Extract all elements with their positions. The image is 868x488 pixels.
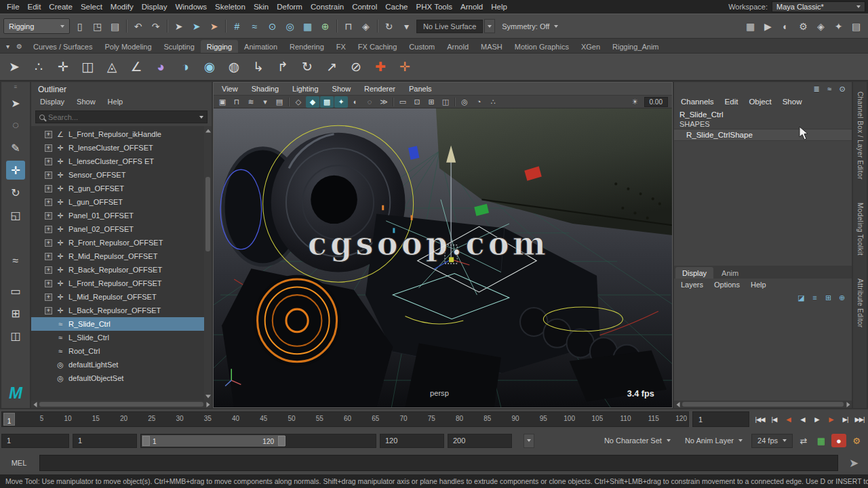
menu-item[interactable]: Select (77, 1, 106, 13)
command-line-input[interactable] (39, 455, 838, 471)
workspace-selector[interactable]: Maya Classic* (772, 1, 865, 12)
menu-item[interactable]: Create (45, 1, 77, 13)
shelf-tab[interactable]: Curves / Surfaces (27, 40, 98, 53)
save-scene-icon[interactable]: ▤ (106, 18, 123, 35)
menu-item[interactable]: PHX Tools (412, 1, 456, 13)
field-chart-icon[interactable]: ⊞ (425, 96, 438, 108)
display-layers-icon[interactable]: ▤ (848, 18, 865, 35)
play-backwards-icon[interactable]: ◀ (795, 412, 810, 427)
viewport-menu-item[interactable]: Lighting (292, 85, 319, 93)
expand-toggle[interactable]: + (45, 158, 52, 165)
sidebar-panel-tab[interactable]: Attribute Editor (856, 279, 864, 328)
sidebar-panel-tab[interactable]: Modeling Toolkit (856, 203, 864, 256)
snap-point-icon[interactable]: ⊙ (264, 18, 281, 35)
go-to-end-icon[interactable]: ▶▶| (852, 412, 867, 427)
menu-item[interactable]: Control (348, 1, 381, 13)
menu-item[interactable]: Constrain (307, 1, 348, 13)
outliner-row[interactable]: ≈ R_Slide_Ctrl (31, 317, 204, 331)
select-arrow-icon[interactable]: ➤ (3, 56, 26, 79)
animation-preferences-icon[interactable]: ⚙ (849, 434, 864, 447)
outliner-row[interactable]: + ✛ L_Back_Repulsor_OFFSET (31, 304, 204, 317)
select-hierarchy-icon[interactable]: ➤ (170, 18, 187, 35)
scrollbar-thumb[interactable] (39, 402, 203, 407)
play-forwards-icon[interactable]: ▶ (810, 412, 824, 427)
orient-constraint-icon[interactable]: ↻ (296, 56, 319, 79)
resolution-gate-icon[interactable]: ▭ (396, 96, 410, 108)
scroll-left-arrow-icon[interactable] (675, 401, 681, 407)
outliner-row[interactable]: ≈ L_Slide_Ctrl (31, 331, 204, 344)
xray-joints-icon[interactable]: ∴ (486, 96, 500, 108)
outliner-row[interactable]: + ✛ R_Back_Repulsor_OFFSET (31, 263, 204, 277)
character-set-menu-button[interactable] (524, 434, 534, 448)
viewport-menu-item[interactable]: Renderer (364, 85, 395, 93)
snap-projected-center-icon[interactable]: ◎ (281, 18, 298, 35)
expand-toggle[interactable] (45, 361, 52, 369)
menu-item[interactable]: Windows (171, 1, 211, 13)
new-scene-icon[interactable]: ▯ (71, 18, 88, 35)
menu-set-selector[interactable]: Rigging (3, 18, 70, 34)
select-tool-icon[interactable]: ➤ (6, 94, 25, 113)
menu-item[interactable]: Skin (250, 1, 273, 13)
snap-view-plane-icon[interactable]: ▦ (299, 18, 316, 35)
timeline-playhead[interactable]: 1 (3, 413, 15, 426)
playback-start-field[interactable]: 1 (73, 434, 137, 448)
expand-toggle[interactable]: + (45, 253, 52, 260)
layer-editor-menu-item[interactable]: Layers (675, 279, 709, 290)
step-forward-frame-icon[interactable]: ▶| (838, 412, 852, 427)
animation-start-field[interactable]: 1 (1, 434, 69, 448)
snap-grid-icon[interactable]: # (229, 18, 245, 35)
sidebar-panel-tab[interactable]: Channel Box / Layer Editor (856, 92, 864, 180)
search-input[interactable] (48, 113, 196, 121)
expand-toggle[interactable]: + (45, 293, 52, 301)
shelf-tab-menu-icon[interactable]: ▾ (3, 41, 13, 52)
search-filter-menu-icon[interactable] (199, 116, 203, 119)
outliner-row[interactable]: + ✛ Sensor_OFFSET (31, 168, 204, 182)
construction-history-icon[interactable]: ↻ (380, 18, 397, 35)
playback-loop-icon[interactable]: ⇄ (796, 434, 811, 447)
shelf-tab[interactable]: MASH (475, 40, 509, 53)
channel-settings-icon[interactable]: ≣ (811, 84, 822, 94)
parent-constraint-icon[interactable]: ↳ (247, 56, 270, 79)
wireframe-icon[interactable]: ◇ (292, 96, 305, 108)
last-tool-icon[interactable]: ≈ (6, 251, 25, 270)
sort-layers-icon[interactable]: ≡ (809, 292, 821, 303)
channel-box-menu-item[interactable]: Show (777, 96, 808, 108)
menu-item[interactable]: Modify (106, 1, 138, 13)
create-empty-layer-icon[interactable]: ⊕ (836, 292, 848, 303)
scrollbar-thumb[interactable] (205, 177, 210, 251)
layer-editor-tab[interactable]: Display (675, 267, 713, 279)
pin-channel-box-icon[interactable]: ⊙ (837, 84, 848, 94)
expand-toggle[interactable] (45, 348, 52, 355)
rotate-tool-icon[interactable]: ↻ (6, 183, 25, 202)
layout-single-pane-icon[interactable]: ▭ (6, 281, 25, 300)
viewport-menu-item[interactable]: Show (332, 85, 351, 93)
outliner-row[interactable]: + ✛ Panel_02_OFFSET (31, 222, 204, 236)
playback-end-field[interactable]: 120 (380, 434, 444, 448)
range-slider-start-handle[interactable] (142, 436, 150, 446)
outliner-row[interactable]: + ✛ R_gun_OFFSET (31, 182, 204, 195)
scrollbar-thumb[interactable] (682, 402, 844, 407)
image-plane-icon[interactable]: ▤ (273, 96, 286, 108)
range-slider[interactable]: 1 120 (140, 434, 376, 448)
menu-item[interactable]: Skeleton (211, 1, 250, 13)
step-forward-key-icon[interactable]: ▶ (824, 412, 838, 427)
outliner-row[interactable]: + ∠ L_Front_Repulsor_ikHandle (31, 127, 204, 141)
outliner-menu-item[interactable]: Show (71, 96, 102, 108)
render-current-frame-icon[interactable]: ▶ (760, 18, 776, 35)
expand-toggle[interactable]: + (45, 199, 52, 206)
outliner-row[interactable]: ◎ defaultObjectSet (31, 371, 204, 385)
layer-editor-menu-item[interactable]: Help (745, 279, 772, 290)
ik-handle-icon[interactable]: ∠ (125, 56, 148, 79)
snap-flyout-arrow-icon[interactable]: ▾ (398, 18, 415, 35)
shelf-tab[interactable]: Poly Modeling (98, 40, 157, 53)
outliner-row[interactable]: ≈ Root_Ctrl (31, 344, 204, 358)
expand-toggle[interactable]: + (45, 226, 52, 233)
cluster-icon[interactable]: ◍ (222, 56, 245, 79)
exposure-icon[interactable]: ☀ (629, 96, 642, 108)
range-slider-end-handle[interactable] (278, 436, 285, 446)
shadows-icon[interactable]: ◐ (349, 96, 362, 108)
outliner-row[interactable]: + ✛ L_lenseCluster_OFFS ET (31, 155, 204, 168)
bookmarks-icon[interactable]: ▾ (258, 96, 272, 108)
shelf-tab[interactable]: Animation (238, 40, 283, 53)
script-editor-icon[interactable]: ➤ (844, 455, 864, 471)
